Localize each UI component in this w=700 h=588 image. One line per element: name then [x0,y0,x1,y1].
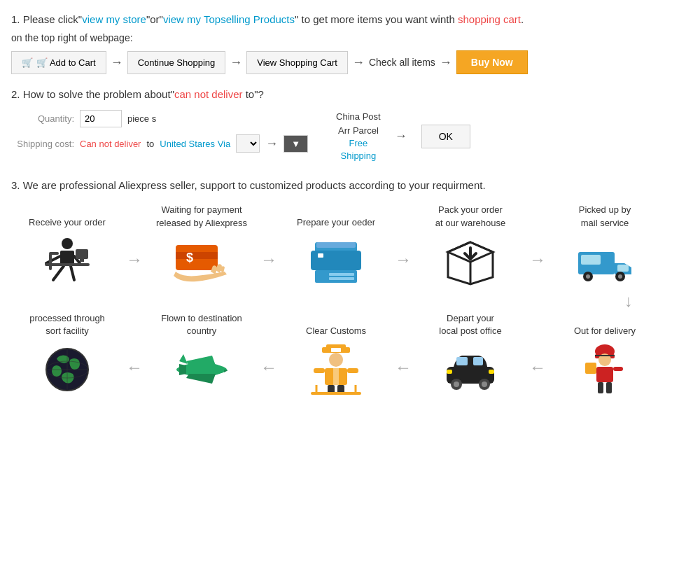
arrow-shipping: → [265,136,278,151]
arrow-step-plane-globe: ← [126,358,143,377]
buy-now-button[interactable]: Buy Now [456,50,528,74]
step-pack-label: Pack your orderat our warehouse [435,204,505,229]
step-flown: Flown to destinationcountry [146,312,258,398]
quantity-input[interactable] [80,110,122,127]
view-store-link[interactable]: view my store [82,13,146,25]
step-pack: Pack your orderat our warehouse [414,204,526,289]
svg-rect-8 [80,259,84,262]
svg-point-28 [586,274,590,279]
intro-suffix: " to get more items you want winth [295,13,458,25]
svg-point-53 [329,353,343,367]
svg-rect-44 [473,357,483,365]
arrow-down: ↓ [624,291,633,311]
svg-point-30 [618,274,622,279]
step-sort-facility-icon [36,342,99,398]
cart-icon: 🛒 [22,57,33,68]
step-post-office-label: Depart yourlocal post office [439,312,501,337]
svg-rect-58 [347,368,358,373]
arrow-1: → [111,55,123,70]
arrow-step-out-car: ← [529,358,546,377]
sub-text: on the top right of webpage: [11,32,689,43]
svg-rect-18 [329,273,354,276]
step-pack-icon [439,234,502,290]
step-flown-icon [170,342,233,398]
svg-rect-20 [316,242,356,248]
step-pickup-label: Picked up bymail service [579,204,631,229]
svg-rect-19 [329,277,354,280]
section-3: 3. We are professional Aliexpress seller… [11,179,689,398]
arrow-step-car-customs: ← [395,358,412,377]
step-flown-label: Flown to destinationcountry [161,312,242,337]
svg-rect-35 [596,367,613,382]
intro-mid: "or" [146,13,163,25]
svg-rect-12 [176,252,218,259]
quantity-unit: piece s [127,113,156,124]
view-topselling-link[interactable]: view my Topselling Products [163,13,295,25]
step-prepare: Prepare your oeder [280,204,392,290]
svg-rect-43 [456,357,468,365]
svg-rect-9 [49,253,52,270]
step-post-office-icon [439,342,502,398]
svg-rect-17 [318,253,323,258]
shipping-cost-row: Shipping cost: Can not deliver to United… [11,134,308,153]
buy-now-label: Buy Now [471,57,513,68]
ok-label: OK [439,131,453,142]
continue-shopping-button[interactable]: Continue Shopping [127,51,226,74]
section2-title: 2. How to solve the problem about"can no… [11,88,689,100]
arrow-2: → [230,55,242,70]
free-shipping-text: FreeShipping [336,137,381,162]
step-out-delivery: Out for delivery [549,312,661,398]
svg-rect-39 [598,382,603,393]
svg-rect-57 [314,368,325,373]
view-cart-button[interactable]: View Shopping Cart [246,51,348,74]
parcel-title: China PostArr Parcel [336,110,381,137]
step-receive-order: Receive your order [11,204,123,290]
step-prepare-icon [304,234,368,290]
destination-text: United Stares Via [160,139,230,149]
section3-title: 3. We are professional Aliexpress seller… [11,179,689,191]
svg-rect-10 [49,252,59,255]
svg-rect-61 [311,392,361,395]
cannot-deliver-text: Can not deliver [80,139,141,149]
check-all-text: Check all items [369,57,435,68]
parcel-info: China PostArr Parcel FreeShipping [336,110,381,162]
svg-rect-56 [333,368,339,385]
svg-rect-26 [617,265,629,272]
continue-shopping-label: Continue Shopping [138,57,216,68]
quantity-label: Quantity: [11,113,74,124]
section2-prefix: 2. How to solve the problem about" [11,88,174,100]
svg-rect-49 [489,370,494,374]
arrow-4: → [440,55,452,70]
add-to-cart-label: 🛒 Add to Cart [36,57,96,68]
step-out-delivery-icon [573,342,636,398]
svg-rect-38 [585,363,596,374]
arrow-step-4-5: → [529,250,546,270]
svg-rect-54 [331,348,341,352]
process-row-1: Receive your order [11,204,689,289]
svg-marker-68 [179,364,186,375]
svg-rect-50 [447,370,452,374]
via-dropdown[interactable] [236,134,260,153]
step-receive-label: Receive your order [29,204,106,230]
arrow-step-customs-plane: ← [260,358,277,377]
shopping-cart-text: shopping cart [458,13,521,25]
step-sort-facility: processed throughsort facility [11,312,123,398]
ok-button[interactable]: OK [421,125,470,148]
svg-rect-40 [606,382,612,393]
step-payment: Waiting for paymentreleased by Aliexpres… [146,204,258,289]
svg-point-48 [482,382,487,387]
svg-text:$: $ [186,251,193,265]
dropdown-button[interactable]: ▼ [284,135,308,153]
step-pickup-icon [573,234,636,290]
add-to-cart-button[interactable]: 🛒 🛒 Add to Cart [11,51,106,74]
shipping-right-panel: China PostArr Parcel FreeShipping → OK [336,110,470,162]
section-2: 2. How to solve the problem about"can no… [11,88,689,162]
svg-marker-69 [179,354,188,364]
quantity-row: Quantity: piece s [11,110,308,127]
step-receive-icon [36,234,99,290]
section2-highlight: can not deliver [174,88,243,100]
step-customs-icon [304,342,368,398]
svg-line-4 [53,266,64,280]
step-customs-label: Clear Customs [306,312,366,337]
svg-rect-31 [581,255,601,265]
